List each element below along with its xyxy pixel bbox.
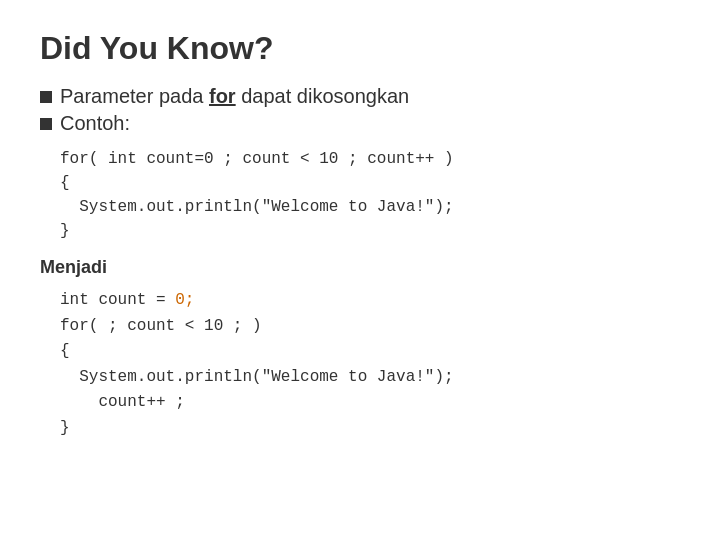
code2-line-3: { <box>60 339 680 365</box>
bullet-1-label: Parameter pada <box>60 85 209 107</box>
code1-line-3: System.out.println("Welcome to Java!"); <box>60 195 680 219</box>
bullet-2-label: Contoh: <box>60 112 130 135</box>
bullet-2: Contoh: <box>40 112 680 135</box>
code-block-1: for( int count=0 ; count < 10 ; count++ … <box>60 147 680 243</box>
code2-line-1: int count = 0; <box>60 288 680 314</box>
bullet-icon-1 <box>40 91 52 103</box>
for-keyword: for <box>209 85 236 107</box>
code2-line-4: System.out.println("Welcome to Java!"); <box>60 365 680 391</box>
bullet-icon-2 <box>40 118 52 130</box>
menjadi-label: Menjadi <box>40 257 680 278</box>
bullet-1-rest: dapat dikosongkan <box>236 85 409 107</box>
code2-line-6: } <box>60 416 680 442</box>
bullet-points: Parameter pada for dapat dikosongkan Con… <box>40 85 680 135</box>
code1-line-2: { <box>60 171 680 195</box>
slide: Did You Know? Parameter pada for dapat d… <box>0 0 720 540</box>
zero-highlight: 0; <box>175 291 194 309</box>
code2-line-5: count++ ; <box>60 390 680 416</box>
code2-line-2: for( ; count < 10 ; ) <box>60 314 680 340</box>
bullet-1: Parameter pada for dapat dikosongkan <box>40 85 680 108</box>
slide-title: Did You Know? <box>40 30 680 67</box>
bullet-1-text: Parameter pada for dapat dikosongkan <box>60 85 409 108</box>
code1-line-1: for( int count=0 ; count < 10 ; count++ … <box>60 147 680 171</box>
code-block-2: int count = 0; for( ; count < 10 ; ) { S… <box>60 288 680 442</box>
code1-line-4: } <box>60 219 680 243</box>
